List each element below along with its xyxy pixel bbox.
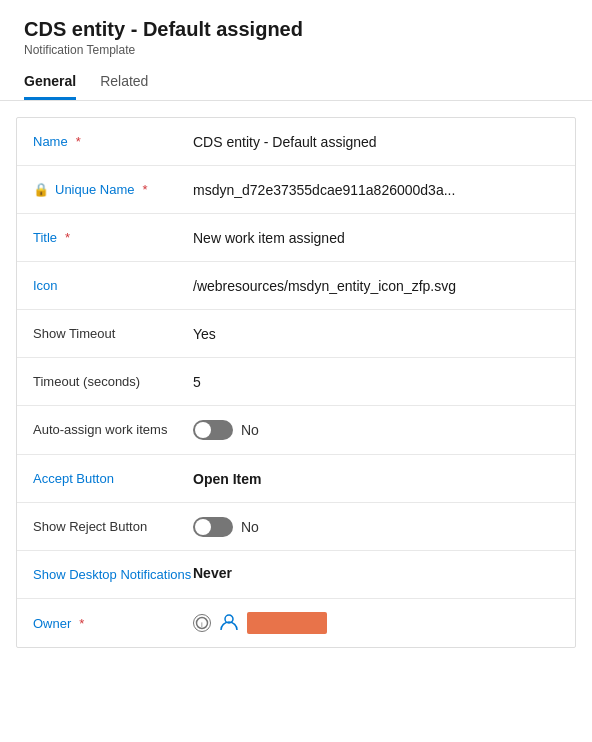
field-value-show-timeout: Yes — [193, 326, 559, 342]
tab-bar: General Related — [24, 67, 568, 100]
field-label-title: Title * — [33, 230, 193, 245]
field-label-show-timeout: Show Timeout — [33, 326, 193, 341]
field-label-unique-name: 🔒 Unique Name * — [33, 182, 193, 197]
tab-general[interactable]: General — [24, 67, 76, 100]
field-label-name: Name * — [33, 134, 193, 149]
field-row-name: Name * CDS entity - Default assigned — [17, 118, 575, 166]
field-row-accept-button: Accept Button Open Item — [17, 455, 575, 503]
field-row-show-desktop: Show Desktop Notifications Never — [17, 551, 575, 599]
field-row-timeout-seconds: Timeout (seconds) 5 — [17, 358, 575, 406]
field-row-owner: Owner * i — [17, 599, 575, 647]
field-label-owner: Owner * — [33, 616, 193, 631]
owner-info-icon: i — [193, 614, 211, 632]
field-label-timeout-seconds: Timeout (seconds) — [33, 374, 193, 389]
toggle-auto-assign[interactable] — [193, 420, 233, 440]
field-value-icon: /webresources/msdyn_entity_icon_zfp.svg — [193, 278, 513, 294]
toggle-show-reject[interactable] — [193, 517, 233, 537]
toggle-show-reject-container: No — [193, 517, 259, 537]
field-label-auto-assign: Auto-assign work items — [33, 420, 193, 437]
required-star: * — [143, 182, 148, 197]
field-value-name: CDS entity - Default assigned — [193, 134, 559, 150]
owner-value-box[interactable] — [247, 612, 327, 634]
toggle-show-reject-label: No — [241, 519, 259, 535]
lock-icon: 🔒 — [33, 182, 49, 197]
field-value-show-desktop: Never — [193, 565, 559, 581]
page-header: CDS entity - Default assigned Notificati… — [0, 0, 592, 101]
field-row-show-timeout: Show Timeout Yes — [17, 310, 575, 358]
field-value-accept-button: Open Item — [193, 471, 559, 487]
tab-related[interactable]: Related — [100, 67, 148, 100]
field-row-show-reject: Show Reject Button No — [17, 503, 575, 551]
owner-person-icon — [219, 612, 239, 635]
required-star: * — [65, 230, 70, 245]
field-label-icon: Icon — [33, 278, 193, 293]
required-star: * — [79, 616, 84, 631]
field-value-timeout-seconds: 5 — [193, 374, 559, 390]
page-subtitle: Notification Template — [24, 43, 568, 57]
toggle-auto-assign-container: No — [193, 420, 259, 440]
field-value-title: New work item assigned — [193, 230, 559, 246]
field-row-unique-name: 🔒 Unique Name * msdyn_d72e37355dcae911a8… — [17, 166, 575, 214]
field-label-accept-button: Accept Button — [33, 471, 193, 486]
svg-text:i: i — [201, 620, 203, 629]
content-area: Name * CDS entity - Default assigned 🔒 U… — [0, 117, 592, 648]
field-row-auto-assign: Auto-assign work items No — [17, 406, 575, 455]
field-row-title: Title * New work item assigned — [17, 214, 575, 262]
page-title: CDS entity - Default assigned — [24, 18, 568, 41]
required-star: * — [76, 134, 81, 149]
field-label-show-reject: Show Reject Button — [33, 519, 193, 534]
owner-row: i — [193, 612, 327, 635]
field-row-icon: Icon /webresources/msdyn_entity_icon_zfp… — [17, 262, 575, 310]
field-value-unique-name: msdyn_d72e37355dcae911a826000d3a... — [193, 182, 513, 198]
toggle-auto-assign-label: No — [241, 422, 259, 438]
field-label-show-desktop: Show Desktop Notifications — [33, 565, 193, 582]
form-card: Name * CDS entity - Default assigned 🔒 U… — [16, 117, 576, 648]
